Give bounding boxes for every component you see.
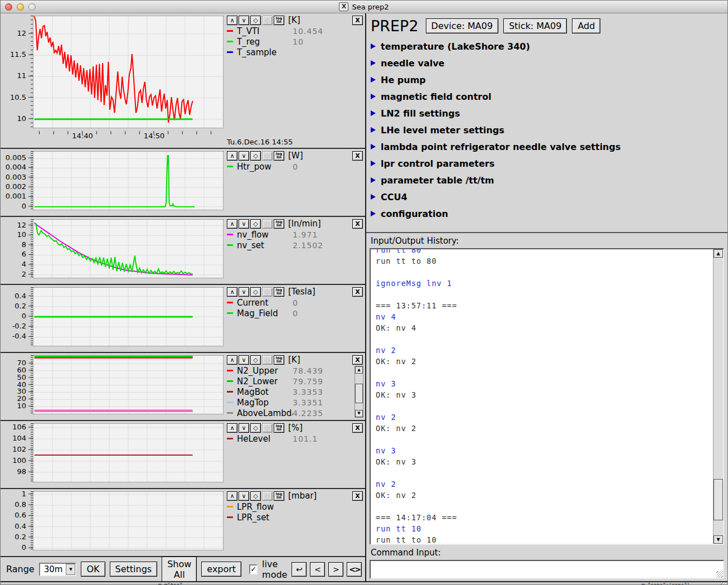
scroll-plot-up-button[interactable]: ∧	[227, 423, 237, 433]
reload-plot-button[interactable]: ↩	[292, 562, 307, 577]
scrollbar-thumb[interactable]	[714, 479, 723, 520]
zoom-out-diamond-button[interactable]: ◇	[250, 355, 261, 365]
zoom-out-diamond-button[interactable]: ◇	[250, 219, 261, 229]
console-scrollbar[interactable]: ▲ ▼	[713, 249, 723, 544]
zoom-out-diamond-button[interactable]: ◇	[250, 287, 261, 297]
scroll-plot-down-button[interactable]: ∨	[239, 423, 249, 433]
legend-scrollbar[interactable]: ▲▼	[355, 366, 363, 418]
plot[interactable]	[33, 491, 224, 550]
legend-entry[interactable]: Current0	[227, 297, 364, 308]
log-lin-toggle-button[interactable]: loglin	[274, 491, 284, 501]
window-resize-grip-icon[interactable]	[721, 583, 727, 585]
legend-entry[interactable]: T_sample	[227, 47, 364, 57]
scrollbar-down-icon[interactable]: ▼	[714, 535, 723, 544]
plot[interactable]	[33, 287, 224, 346]
close-chart-button[interactable]: X	[352, 491, 363, 501]
prep-list-item[interactable]: He pump	[366, 71, 727, 88]
log-lin-toggle-button[interactable]: loglin	[274, 219, 284, 229]
scroll-plot-up-button[interactable]: ∧	[227, 491, 237, 501]
close-chart-button[interactable]: X	[352, 219, 363, 229]
log-lin-toggle-button[interactable]: loglin	[274, 355, 284, 365]
command-input[interactable]	[371, 561, 723, 578]
stick-button[interactable]: Stick: MA09	[503, 18, 567, 33]
lin-label: lin	[276, 156, 282, 159]
prep-list-item[interactable]: LN2 fill settings	[366, 105, 727, 122]
export-button[interactable]: export	[201, 562, 241, 577]
close-chart-button[interactable]: X	[352, 287, 363, 297]
legend-entry[interactable]: Mag_Field0	[227, 308, 364, 318]
legend-entry[interactable]: Htr_pow0	[227, 161, 364, 172]
log-lin-toggle-button[interactable]: loglin	[274, 423, 284, 433]
prep-list-item[interactable]: lambda point refrigerator needle valve s…	[366, 138, 727, 155]
show-all-button[interactable]: Show All	[162, 557, 197, 582]
scrollbar-up-icon[interactable]: ▲	[714, 249, 723, 258]
scroll-plot-up-button[interactable]: ∧	[227, 16, 237, 25]
scroll-plot-down-button[interactable]: ∨	[239, 16, 249, 25]
ok-button[interactable]: OK	[81, 562, 105, 577]
plot[interactable]	[33, 355, 224, 414]
prep-list-item[interactable]: CCU4	[366, 188, 727, 205]
plot[interactable]	[33, 219, 224, 278]
prep-list-item[interactable]: temperature (LakeShore 340)	[366, 38, 727, 55]
legend-entry[interactable]: T_reg10	[227, 36, 364, 47]
legend-entry[interactable]: HeLevel101.1	[227, 433, 364, 444]
scrollbar-down-icon[interactable]: ▼	[355, 410, 363, 417]
legend-entry[interactable]: N2_Lower79.759	[227, 376, 364, 386]
legend-entry[interactable]: LPR_flow	[227, 501, 364, 512]
close-chart-button[interactable]: X	[352, 355, 363, 365]
add-button[interactable]: Add	[572, 18, 600, 33]
scroll-plot-down-button[interactable]: ∨	[239, 491, 249, 501]
zoom-out-diamond-button[interactable]: ◇	[250, 16, 261, 25]
range-select[interactable]: 30m ▼	[39, 563, 77, 576]
legend-entry[interactable]: MagBot3.3353	[227, 386, 364, 397]
settings-button[interactable]: Settings	[110, 562, 158, 577]
close-chart-button[interactable]: X	[352, 16, 363, 25]
legend-entry[interactable]: LPR_set	[227, 512, 364, 523]
scrollbar-up-icon[interactable]: ▲	[355, 366, 363, 374]
live-mode-checkbox[interactable]: ✓	[249, 564, 258, 574]
scroll-plot-down-button[interactable]: ∨	[239, 151, 249, 161]
prep-list-item[interactable]: magnetic field control	[366, 88, 727, 105]
log-lin-toggle-button[interactable]: loglin	[274, 16, 284, 25]
zoom-out-diamond-button[interactable]: ◇	[250, 423, 261, 433]
scrollbar-thumb[interactable]	[355, 384, 363, 403]
scroll-plot-down-button[interactable]: ∨	[239, 219, 249, 229]
legend-entry[interactable]: T_VTI10.454	[227, 26, 364, 36]
scroll-plot-down-button[interactable]: ∨	[239, 287, 249, 297]
plot[interactable]	[33, 16, 224, 128]
prep-list-item[interactable]: lpr control parameters	[366, 155, 727, 172]
chart-date-label: Tu.6.Dec.16 14:55	[227, 138, 293, 146]
resize-grip-icon[interactable]	[716, 571, 723, 578]
prep-list-item[interactable]: configuration	[366, 205, 727, 222]
plot[interactable]	[33, 423, 224, 482]
expand-range-button[interactable]: <>	[347, 562, 362, 577]
scroll-plot-up-button[interactable]: ∧	[227, 219, 237, 229]
device-button[interactable]: Device: MA09	[426, 18, 498, 33]
legend-entry[interactable]: MagTop3.3351	[227, 397, 364, 408]
page-back-button[interactable]: <	[310, 562, 325, 577]
legend-entry[interactable]: N2_Upper78.439	[227, 365, 364, 376]
prep-list-item-label: lpr control parameters	[381, 158, 494, 169]
window-titlebar[interactable]: X Sea prep2	[1, 1, 727, 13]
prep-list-item[interactable]: needle valve	[366, 55, 727, 71]
zoom-out-diamond-button[interactable]: ◇	[250, 491, 261, 501]
scroll-plot-up-button[interactable]: ∧	[227, 287, 237, 297]
plot[interactable]	[33, 151, 224, 210]
series-name-label: T_reg	[237, 37, 293, 47]
legend-entry[interactable]: nv_set2.1502	[227, 240, 364, 250]
legend-entry[interactable]: nv_flow1.971	[227, 229, 364, 240]
page-forward-button[interactable]: >	[328, 562, 343, 577]
scroll-plot-down-button[interactable]: ∨	[239, 355, 249, 365]
legend-color-dash	[227, 244, 233, 246]
prep-list-item[interactable]: LHe level meter settings	[366, 122, 727, 138]
legend-entry[interactable]: AboveLambda4.2235	[227, 408, 364, 418]
prep-list-item[interactable]: parameter table /tt/tm	[366, 172, 727, 188]
log-lin-toggle-button[interactable]: loglin	[274, 151, 284, 161]
scroll-plot-up-button[interactable]: ∧	[227, 355, 237, 365]
close-chart-button[interactable]: X	[352, 423, 363, 433]
io-history-console[interactable]: run tt 80run tt to 80 ignoreMsg lnv 1 ==…	[370, 248, 724, 545]
log-lin-toggle-button[interactable]: loglin	[274, 287, 284, 297]
close-chart-button[interactable]: X	[352, 151, 363, 161]
zoom-out-diamond-button[interactable]: ◇	[250, 151, 261, 161]
scroll-plot-up-button[interactable]: ∧	[227, 151, 237, 161]
